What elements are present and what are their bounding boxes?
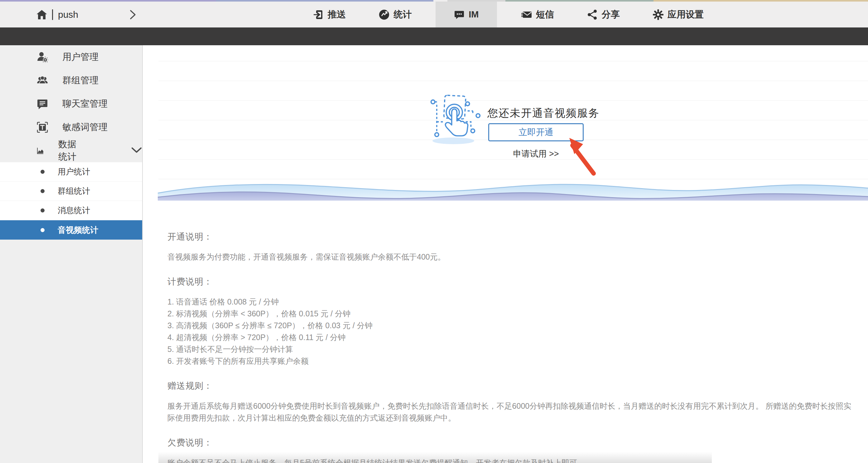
sensitive-word-icon [37, 122, 48, 133]
console-page: push 推送 统计 [0, 0, 868, 463]
sidebar-subitem-user-statistics[interactable]: 用户统计 [0, 162, 142, 181]
tab-label: 应用设置 [668, 8, 704, 21]
subitem-label: 音视频统计 [58, 225, 98, 236]
chevron-right-icon[interactable] [129, 2, 136, 27]
tab-label: 统计 [394, 8, 411, 21]
tab-label: 分享 [602, 8, 620, 21]
sidebar-item-user-management[interactable]: 用户管理 [0, 45, 142, 69]
share-icon [587, 9, 598, 20]
tab-share[interactable]: 分享 [578, 2, 628, 27]
sub-header-bar [0, 27, 868, 45]
tab-label: 短信 [536, 8, 554, 21]
sidebar-item-label: 群组管理 [62, 74, 98, 87]
tap-activate-icon [430, 94, 484, 145]
gift-body: 服务开通后系统每月赠送6000分钟免费使用时长到音视频账户，免费时长先扣除语音通… [167, 400, 858, 424]
bullet-icon [40, 228, 44, 232]
billing-item: 4. 超清视频（分辨率 > 720P），价格 0.11 元 / 分钟 [167, 331, 858, 343]
tab-sms[interactable]: 短信 [512, 2, 563, 27]
billing-item: 1. 语音通话 价格 0.008 元 / 分钟 [167, 296, 858, 308]
billing-item: 6. 开发者账号下的所有应用共享账户余额 [167, 355, 858, 367]
tab-push[interactable]: 推送 [304, 2, 354, 27]
section-heading-billing: 计费说明： [167, 276, 858, 288]
sidebar-item-label: 数据统计 [58, 138, 81, 163]
background-gridlines [158, 61, 868, 183]
red-arrow-annotation [567, 137, 601, 178]
app-name: push [58, 9, 78, 20]
statistics-submenu: 用户统计 群组统计 消息统计 音视频统计 [0, 162, 142, 240]
sidebar-subitem-group-statistics[interactable]: 群组统计 [0, 181, 142, 201]
bullet-icon [40, 189, 44, 193]
breadcrumb: push [36, 2, 78, 27]
bottom-shadow [158, 452, 712, 463]
subitem-label: 用户统计 [58, 166, 90, 177]
stats-icon [378, 9, 390, 20]
billing-item: 2. 标清视频（分辨率 < 360P），价格 0.015 元 / 分钟 [167, 308, 858, 319]
top-nav: 推送 统计 IM [304, 2, 712, 27]
sidebar-subitem-message-statistics[interactable]: 消息统计 [0, 201, 142, 220]
subitem-label: 群组统计 [58, 185, 90, 197]
tab-label: IM [469, 9, 478, 20]
sidebar-item-label: 用户管理 [62, 51, 98, 63]
billing-item: 3. 高清视频（360P ≤ 分辨率 ≤ 720P），价格 0.03 元 / 分… [167, 319, 858, 331]
tab-stats[interactable]: 统计 [370, 2, 420, 27]
tab-label: 推送 [328, 8, 346, 21]
home-icon[interactable] [36, 9, 48, 20]
section-heading-gift: 赠送规则： [167, 380, 858, 392]
subitem-label: 消息统计 [58, 205, 90, 216]
activation-body: 音视频服务为付费功能，开通音视频服务，需保证音视频账户余额不低于400元。 [167, 251, 858, 263]
bullet-icon [40, 208, 44, 212]
sidebar-item-chatroom-management[interactable]: 聊天室管理 [0, 92, 142, 115]
sidebar-item-label: 敏感词管理 [62, 121, 107, 134]
section-heading-arrears: 欠费说明： [167, 437, 858, 448]
user-manage-icon [37, 52, 48, 63]
im-icon [454, 9, 465, 20]
hero-title: 您还未开通音视频服务 [487, 106, 599, 120]
top-accent-segment [0, 0, 216, 2]
billing-item: 5. 通话时长不足一分钟按一分钟计算 [167, 343, 858, 355]
main-content: 您还未开通音视频服务 立即开通 申请试用 >> 开通说明： [143, 45, 868, 463]
sidebar-item-group-management[interactable]: 群组管理 [0, 69, 142, 92]
section-heading-activation: 开通说明： [167, 231, 858, 243]
bullet-icon [40, 170, 44, 174]
tab-app-settings[interactable]: 应用设置 [644, 2, 712, 27]
group-manage-icon [37, 75, 48, 86]
wave-decoration [158, 182, 868, 201]
sidebar-item-sensitive-words[interactable]: 敏感词管理 [0, 115, 142, 139]
gear-icon [653, 9, 664, 20]
chatroom-manage-icon [37, 98, 48, 110]
sidebar: 用户管理 群组管理 聊天室管理 敏感词管理 [0, 45, 143, 463]
sms-icon [521, 9, 532, 20]
chevron-down-icon [94, 144, 142, 157]
service-description: 开通说明： 音视频服务为付费功能，开通音视频服务，需保证音视频账户余额不低于40… [167, 231, 858, 463]
data-stats-icon [37, 145, 44, 156]
topbar: push 推送 统计 [0, 0, 868, 27]
sidebar-item-label: 聊天室管理 [62, 98, 107, 110]
tab-im[interactable]: IM [436, 2, 497, 27]
sidebar-subitem-av-statistics[interactable]: 音视频统计 [0, 220, 142, 240]
brand-divider [52, 9, 53, 20]
sidebar-item-data-statistics[interactable]: 数据统计 [0, 139, 142, 162]
push-icon [313, 9, 324, 20]
